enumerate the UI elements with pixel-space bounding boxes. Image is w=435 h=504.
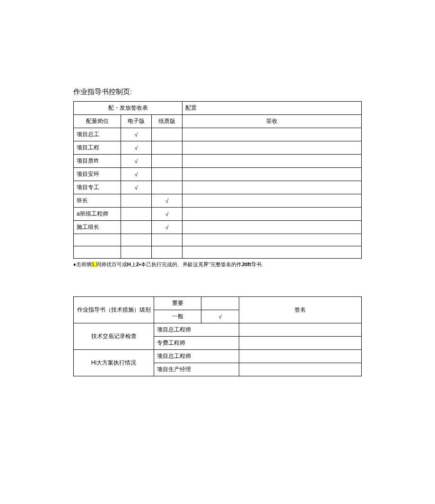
table-row: 项目专工 √ — [74, 181, 362, 194]
table-row-empty — [74, 234, 362, 246]
cell-position: a班组工程师 — [74, 208, 121, 221]
footnote: ♦击班纲1.同师优百可成H上2•本己执行完成的、并龄这克界"完整签名的作JtIf… — [73, 261, 362, 268]
cell-sign — [183, 141, 362, 155]
cell-paper: √ — [152, 208, 183, 221]
cell-electronic: √ — [121, 141, 152, 155]
cell-position: 项目安环 — [74, 168, 121, 181]
cell-electronic — [121, 194, 152, 208]
note-text: 上 — [131, 261, 136, 267]
cell-paper — [152, 128, 183, 141]
cell-paper: √ — [152, 194, 183, 208]
level-label: 作业指导书（技术措施）级别 — [74, 297, 154, 323]
sign-cell — [239, 323, 362, 337]
page-title: 作业指导书控制页: — [73, 87, 362, 96]
cell-paper — [152, 168, 183, 181]
col-paper: 纸质版 — [152, 115, 183, 128]
note-prefix: ♦击班纲 — [73, 261, 92, 267]
header-merge: 配・发放签收表 — [74, 102, 183, 115]
table-row-empty — [74, 246, 362, 259]
table-row: 项目总工 √ — [74, 128, 362, 141]
cell-paper: √ — [152, 221, 183, 234]
table-row: 项目质Ift √ — [74, 155, 362, 168]
cell-electronic — [121, 221, 152, 234]
cell-sign — [183, 155, 362, 168]
cell-sign — [183, 208, 362, 221]
cell-position: 项目质Ift — [74, 155, 121, 168]
sign-cell — [239, 363, 362, 376]
cell-position: 项目工程 — [74, 141, 121, 155]
important-check — [201, 297, 239, 310]
sign-cell — [239, 350, 362, 363]
note-bold: JtIft — [242, 261, 251, 267]
cell-sign — [183, 194, 362, 208]
table-row: 项目工程 √ — [74, 141, 362, 155]
sign-cell — [239, 337, 362, 350]
cell-position: 施工组长 — [74, 221, 121, 234]
note-bold: 2• — [136, 261, 141, 267]
table-row: 施工组长 √ — [74, 221, 362, 234]
cell-sign — [183, 221, 362, 234]
note-text: 本己执行完成的、并龄这克界"完整签名的作 — [141, 261, 242, 267]
role-cell: 项目生产经理 — [154, 363, 239, 376]
general-label: 一般 — [154, 310, 201, 323]
distribution-table: 配・发放签收表 配置 配量岗位 电子版 纸质版 筌收 项目总工 √ 项目工程 √… — [73, 101, 362, 259]
role-cell: 项目总工程师 — [154, 350, 239, 363]
cell-sign — [183, 181, 362, 194]
cell-position: 项目总工 — [74, 128, 121, 141]
general-check: √ — [201, 310, 239, 323]
note-highlight: 1. — [92, 261, 96, 267]
important-label: 重要 — [154, 297, 201, 310]
table-row: a班组工程师 √ — [74, 208, 362, 221]
cell-sign — [183, 128, 362, 141]
cell-electronic: √ — [121, 181, 152, 194]
table-row: 项目安环 √ — [74, 168, 362, 181]
col-sign: 筌收 — [183, 115, 362, 128]
tech-check-label: 技术交底记录检查 — [74, 323, 154, 350]
cell-position: 项目专工 — [74, 181, 121, 194]
cell-sign — [183, 168, 362, 181]
cell-position: 班长 — [74, 194, 121, 208]
cell-paper — [152, 141, 183, 155]
level-table: 作业指导书（技术措施）级别 重要 签名 一般 √ 技术交底记录检查 项目总工程师… — [73, 296, 362, 376]
header-config: 配置 — [183, 102, 362, 115]
cell-paper — [152, 181, 183, 194]
cell-paper — [152, 155, 183, 168]
role-cell: 项目总工程师 — [154, 323, 239, 337]
note-text: 同师优百可成 — [96, 261, 127, 267]
cell-electronic — [121, 208, 152, 221]
cell-electronic: √ — [121, 168, 152, 181]
cell-electronic: √ — [121, 155, 152, 168]
note-text: 导书. — [251, 261, 263, 267]
col-electronic: 电子版 — [121, 115, 152, 128]
table-row: 班长 √ — [74, 194, 362, 208]
col-position: 配量岗位 — [74, 115, 121, 128]
sign-label: 签名 — [239, 297, 362, 323]
role-cell: 专费工程师 — [154, 337, 239, 350]
note-bold: H — [127, 261, 131, 267]
hi-plan-label: Hi大方案执行情况 — [74, 350, 154, 376]
cell-electronic: √ — [121, 128, 152, 141]
